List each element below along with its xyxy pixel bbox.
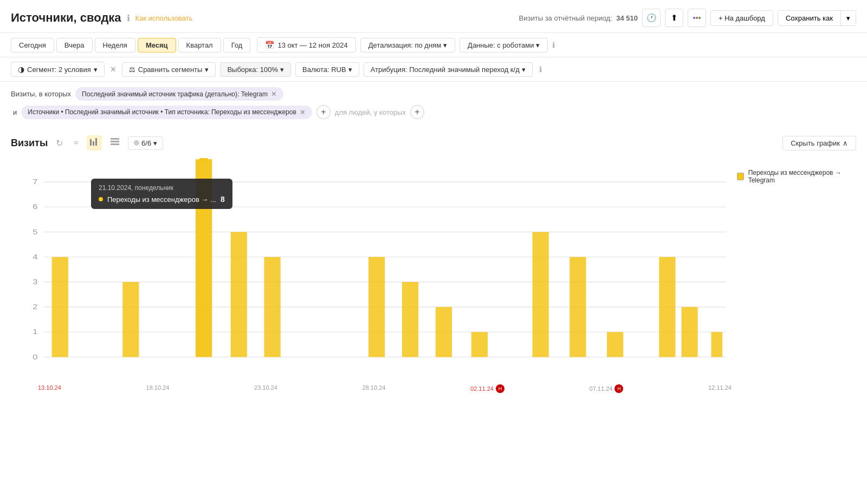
detail-chevron: ▾ [443, 41, 447, 49]
filters-bar: ◑ Сегмент: 2 условия ▾ ✕ ⚖ Сравнить сегм… [0, 57, 867, 82]
svg-rect-3 [90, 139, 92, 146]
segment-close-btn[interactable]: ✕ [109, 65, 118, 74]
data-label: Данные: с роботами [468, 41, 534, 49]
svg-rect-7 [111, 141, 119, 142]
currency-btn[interactable]: Валюта: RUB ▾ [295, 62, 359, 77]
save-btn[interactable]: Сохранить как [778, 11, 841, 25]
page-title: Источники, сводка [11, 11, 121, 25]
add-condition-btn[interactable]: + [316, 105, 331, 119]
x-label-2: 23.10.24 [254, 384, 277, 393]
data-chevron: ▾ [536, 41, 540, 49]
period-today[interactable]: Сегодня [11, 38, 54, 53]
table-chart-btn[interactable] [107, 135, 122, 150]
svg-rect-6 [111, 138, 119, 140]
svg-point-28 [200, 158, 208, 162]
svg-rect-26 [122, 282, 139, 357]
refresh-chart-btn[interactable]: ↻ [53, 136, 66, 150]
period-quarter[interactable]: Квартал [178, 38, 221, 53]
date-range-btn[interactable]: 📅 13 окт — 12 ноя 2024 [257, 37, 355, 53]
svg-text:5: 5 [33, 228, 37, 236]
svg-rect-39 [682, 307, 698, 357]
legend-label: Переходы из мессенджеров → Telegram [748, 169, 856, 184]
svg-rect-8 [111, 143, 119, 145]
legend-color [737, 173, 744, 180]
chart-legend: Переходы из мессенджеров → Telegram [737, 158, 856, 385]
condition-row-1: Визиты, в которых Последний значимый ист… [11, 87, 856, 101]
compare-chart-btn[interactable]: ≈ [71, 136, 81, 149]
chart-svg: 0 1 2 3 4 5 6 7 [11, 158, 726, 385]
svg-point-2 [698, 17, 701, 19]
dashboard-btn[interactable]: + На дашборд [710, 10, 773, 26]
svg-rect-34 [471, 332, 488, 357]
visits-in-which-label: Визиты, в которых [11, 90, 71, 98]
attr-label: Атрибуция: Последний значимый переход к/… [371, 66, 520, 74]
save-group: Сохранить как ▾ [778, 10, 856, 26]
x-label-1: 18.10.24 [146, 384, 170, 393]
hide-chart-btn[interactable]: Скрыть график ∧ [782, 136, 856, 150]
period-month[interactable]: Месяц [138, 38, 176, 53]
condition-tag-2: Источники • Последний значимый источник … [21, 106, 312, 119]
metrics-label: 6/6 [141, 139, 151, 147]
period-yesterday[interactable]: Вчера [56, 38, 93, 53]
and-label: и [11, 108, 17, 116]
tag1-remove-btn[interactable]: ✕ [271, 90, 277, 98]
svg-rect-30 [264, 257, 281, 357]
data-btn[interactable]: Данные: с роботами ▾ [460, 38, 548, 53]
detail-btn[interactable]: Детализация: по дням ▾ [360, 38, 455, 53]
svg-rect-31 [368, 257, 385, 357]
chart-section: Визиты ↻ ≈ 6/6 ▾ Скрыть график ∧ [0, 127, 867, 402]
svg-rect-5 [95, 138, 97, 146]
svg-rect-35 [533, 232, 549, 357]
metrics-chevron: ▾ [153, 139, 157, 147]
svg-point-1 [696, 17, 698, 19]
help-link[interactable]: Как использовать [135, 14, 193, 22]
currency-label: Валюта: RUB [302, 66, 346, 74]
page-header: Источники, сводка ℹ Как использовать Виз… [0, 0, 867, 33]
sample-label: Выборка: 100% [227, 66, 278, 74]
hide-chart-label: Скрыть график [791, 139, 840, 147]
data-info-icon[interactable]: ℹ [552, 41, 555, 49]
bar-chart-btn[interactable] [87, 135, 102, 150]
tag1-text: Последний значимый источник трафика (дет… [82, 90, 268, 98]
svg-text:7: 7 [33, 178, 37, 186]
segment-conditions: Визиты, в которых Последний значимый ист… [0, 82, 867, 127]
export-btn[interactable]: ⬆ [665, 9, 683, 27]
clock-btn[interactable]: 🕐 [642, 9, 661, 27]
dots-btn[interactable] [688, 9, 706, 27]
svg-rect-36 [570, 257, 586, 357]
segment-btn[interactable]: ◑ Сегмент: 2 условия ▾ [11, 62, 105, 77]
svg-rect-25 [52, 257, 68, 357]
period-week[interactable]: Неделя [95, 38, 135, 53]
legend-item[interactable]: Переходы из мессенджеров → Telegram [737, 169, 856, 184]
save-dropdown-btn[interactable]: ▾ [841, 11, 856, 25]
header-left: Источники, сводка ℹ Как использовать [11, 11, 192, 25]
svg-text:6: 6 [33, 203, 37, 211]
compare-btn[interactable]: ⚖ Сравнить сегменты ▾ [122, 62, 216, 77]
period-year[interactable]: Год [223, 38, 251, 53]
metrics-btn[interactable]: 6/6 ▾ [128, 136, 163, 150]
hide-chart-chevron: ∧ [843, 139, 848, 147]
add-people-btn[interactable]: + [410, 105, 424, 119]
segment-chevron: ▾ [94, 66, 98, 74]
tag2-text: Источники • Последний значимый источник … [28, 108, 296, 116]
info-icon[interactable]: ℹ [127, 13, 130, 23]
holiday-marker-2: Н [614, 384, 623, 393]
sample-btn[interactable]: Выборка: 100% ▾ [220, 62, 291, 77]
tag2-remove-btn[interactable]: ✕ [300, 108, 306, 116]
detail-label: Детализация: по дням [368, 41, 441, 49]
svg-text:3: 3 [33, 278, 37, 286]
x-label-5: 07.11.24 Н [590, 384, 624, 393]
visits-label: Визиты за отчётный период: 34 510 [519, 14, 638, 22]
x-label-6: 12.11.24 [708, 384, 732, 393]
svg-rect-40 [711, 332, 723, 357]
segment-label: Сегмент: 2 условия [27, 66, 91, 74]
x-label-3: 28.10.24 [363, 384, 386, 393]
for-people-label: для людей, у которых [335, 108, 406, 116]
chart-container: 0 1 2 3 4 5 6 7 [11, 158, 856, 385]
attr-btn[interactable]: Атрибуция: Последний значимый переход к/… [364, 62, 533, 77]
attr-info-icon[interactable]: ℹ [539, 65, 542, 74]
svg-point-0 [693, 17, 695, 19]
attr-chevron: ▾ [522, 66, 526, 74]
x-label-0: 13.10.24 [38, 384, 61, 393]
svg-rect-32 [402, 282, 418, 357]
